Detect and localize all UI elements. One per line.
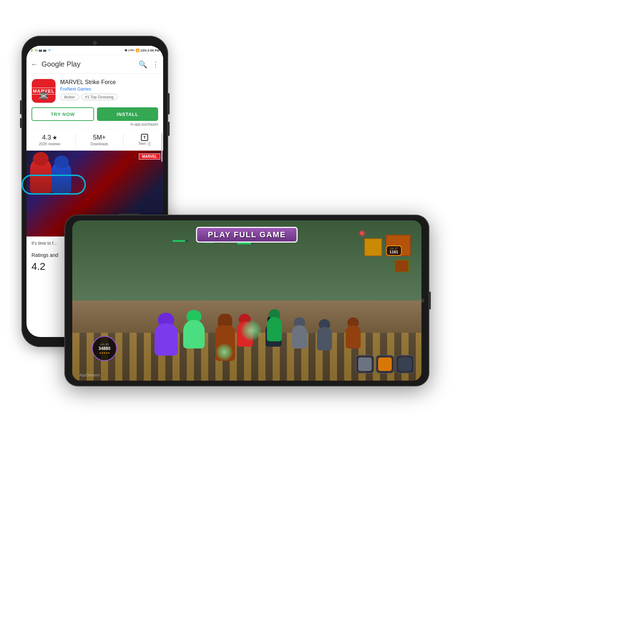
ratings-row: 4.3 ★ 202K reviews 5M+ Downloads T Teen … xyxy=(26,130,163,151)
volume-up-button xyxy=(20,100,21,114)
thanos-body xyxy=(155,323,178,356)
soldier-2 xyxy=(292,325,307,348)
battery-percent: 13% xyxy=(140,49,147,52)
svg-text:T: T xyxy=(143,135,146,140)
more-options-button[interactable]: ⋮ xyxy=(152,60,159,68)
signal-icon: 📶 xyxy=(136,49,140,52)
app-tags: Action #1 Top Grossing xyxy=(60,94,158,100)
action-buttons: TRY NOW INSTALL xyxy=(26,106,163,122)
soldier2-body xyxy=(292,325,307,348)
level-label: LVL 85 xyxy=(100,343,109,346)
star-rating-dots: ★★★★★ xyxy=(99,352,110,355)
player-level-badge: LVL 85 34880 ★★★★★ xyxy=(92,336,117,361)
soldier-3 xyxy=(346,325,361,348)
level-score: 34880 xyxy=(98,346,110,351)
downloads-item: 5M+ Downloads xyxy=(91,134,108,146)
tag-action: Action xyxy=(60,94,79,100)
soldier3-body xyxy=(346,325,361,348)
app-info-section: MARVEL MARVEL Strike Force FoxNext Games… xyxy=(26,74,163,106)
back-button[interactable]: ← xyxy=(31,60,38,68)
ability-icon-1 xyxy=(358,357,372,371)
volume-button xyxy=(168,122,170,136)
search-button[interactable]: 🔍 xyxy=(138,60,147,69)
tag-top-grossing: #1 Top Grossing xyxy=(81,94,118,100)
gamora-body xyxy=(267,317,282,341)
app-developer[interactable]: FoxNext Games xyxy=(60,87,158,92)
top-button xyxy=(118,213,140,215)
bluetooth-icon: ✱ xyxy=(125,49,127,52)
downloads-count: 5M+ xyxy=(91,134,108,141)
marvel-badge: MARVEL xyxy=(139,153,160,160)
ability-icon-3 xyxy=(398,357,412,371)
status-right-info: ✱ LTE+ 📶 13% 2:05 PM xyxy=(125,49,160,52)
network-type: LTE+ xyxy=(128,49,135,52)
thanos-character xyxy=(155,323,178,356)
age-rating: T xyxy=(138,134,151,141)
container-3 xyxy=(395,260,409,272)
app-name: MARVEL Strike Force xyxy=(60,79,158,86)
target-indicator xyxy=(360,231,364,235)
rating-icon: T xyxy=(141,134,148,141)
game-screen: PLAY FULL GAME xyxy=(72,220,421,381)
play-full-game-text: PLAY FULL GAME xyxy=(208,230,286,239)
reviews-count: 202K reviews xyxy=(39,142,60,146)
soldier1-body xyxy=(317,327,332,350)
in-app-purchases-label: In-app purchases xyxy=(26,122,163,129)
app-details: MARVEL Strike Force FoxNext Games Action… xyxy=(60,79,158,100)
status-left-icons: 🔋 31 📷 📷 📧 ·· xyxy=(30,49,53,52)
ability-btn-3[interactable] xyxy=(396,355,414,374)
soldier-1 xyxy=(317,327,332,350)
camera-notch xyxy=(93,41,97,45)
play-full-game-banner: PLAY FULL GAME xyxy=(196,227,298,243)
container-2 xyxy=(364,238,382,256)
battery-icon: 🔋 xyxy=(30,49,34,52)
character-health-1 xyxy=(172,240,189,242)
status-icons: 31 📷 📷 📧 ·· xyxy=(35,49,53,52)
marvel-icon-svg xyxy=(36,91,51,101)
character-health-3 xyxy=(237,243,253,244)
game-scene: PLAY FULL GAME xyxy=(72,220,421,381)
top-navigation: ← Google Play 🔍 ⋮ xyxy=(26,55,163,74)
age-rating-item: T Teen i xyxy=(138,134,151,146)
ability-buttons xyxy=(356,355,414,374)
scroll-indicator[interactable] xyxy=(161,133,162,162)
rating-score-item: 4.3 ★ 202K reviews xyxy=(39,134,60,146)
rating-divider-2 xyxy=(123,134,123,146)
hulk-character xyxy=(183,320,205,348)
enemy-level-label: LVL 27 xyxy=(390,247,397,250)
hulk-body xyxy=(183,320,205,348)
rating-divider-1 xyxy=(75,134,75,146)
age-label: Teen i xyxy=(138,142,151,146)
rating-score: 4.3 ★ xyxy=(39,134,60,141)
ability-btn-2[interactable] xyxy=(376,355,394,374)
attack-effect-1 xyxy=(240,320,262,341)
power-button xyxy=(168,93,170,114)
volume-down-button xyxy=(20,118,21,128)
time-display: 2:05 PM xyxy=(147,49,160,52)
appOnboard-watermark: AppOnboard xyxy=(79,373,100,377)
star-icon: ★ xyxy=(52,134,57,141)
right-button xyxy=(429,292,431,309)
install-button[interactable]: INSTALL xyxy=(97,107,158,121)
nav-title: Google Play xyxy=(42,60,138,68)
enemy-level-badge: LVL 27 1181 xyxy=(386,245,402,256)
horizontal-phone: PLAY FULL GAME xyxy=(64,215,429,386)
ability-icon-2 xyxy=(378,357,392,371)
status-bar: 🔋 31 📷 📷 📧 ·· ✱ LTE+ 📶 13% 2:05 PM xyxy=(26,46,163,55)
try-now-button[interactable]: TRY NOW xyxy=(31,107,94,121)
downloads-label: Downloads xyxy=(91,142,108,146)
app-icon: MARVEL xyxy=(31,79,56,103)
gamora-character xyxy=(267,317,282,341)
attack-effect-2 xyxy=(215,343,233,361)
enemy-level-score: 1181 xyxy=(390,250,398,254)
ability-btn-1[interactable] xyxy=(356,355,374,374)
